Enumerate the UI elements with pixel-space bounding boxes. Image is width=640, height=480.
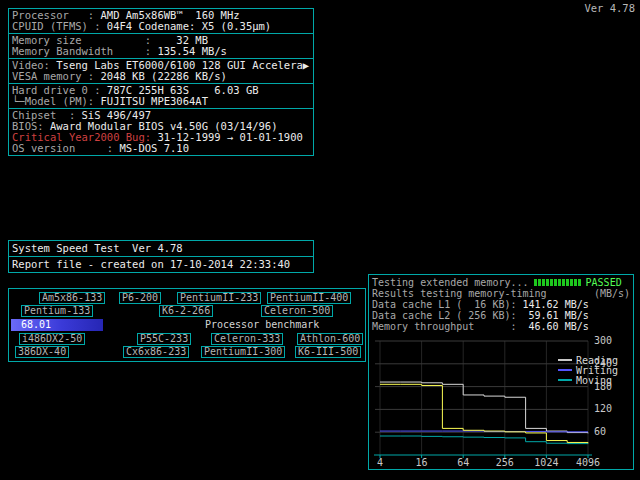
l1-cache-result-row: Data cache L1 ( 16 KB): 141.62 MB/s (372, 299, 630, 310)
series-line-moving (380, 436, 588, 444)
progress-segment (554, 279, 557, 286)
y-axis-label: 300 (594, 336, 628, 346)
memory-throughput-label: Memory throughput : (372, 321, 523, 332)
l2-cache-label: Data cache L2 ( 256 KB): (372, 310, 523, 321)
memory-throughput-row: Memory throughput : 46.60 MB/s (372, 321, 630, 332)
cpu-reference-p6-200: P6-200 (119, 292, 161, 304)
disk-info-box: Hard drive 0 : 787C 255H 63S 6.03 GB └─M… (8, 83, 314, 109)
progress-segment (542, 279, 545, 286)
vesa-memory-label: VESA memory : (12, 70, 101, 82)
legend-color-swatch (558, 379, 572, 381)
l2-cache-value: 59.61 MB/s (523, 310, 589, 321)
truncation-arrow-icon: ▶ (303, 59, 309, 71)
cpu-reference-i486dx2-50: i486DX2-50 (19, 333, 85, 345)
progress-segment (574, 279, 577, 286)
passed-status-badge: PASSED (586, 277, 622, 288)
app-title: System Speed Test Ver 4.78 (12, 242, 183, 254)
video-info-box: Video: Tseng Labs ET6000/6100 128 GUI Ac… (8, 58, 314, 84)
version-label: Ver 4.78 (584, 2, 635, 14)
cpu-benchmark-area: 68.01 Processor benchmark Am5x86-133P6-2… (9, 289, 365, 361)
y-axis-label: 120 (594, 404, 628, 414)
cpu-score-bar: 68.01 (11, 319, 103, 331)
report-file-text: Report file - created on 17-10-2014 22:3… (12, 258, 290, 270)
cpu-reference-pentiumii-300: PentiumII-300 (201, 346, 285, 358)
cpu-reference-athlon-600: Athlon-600 (297, 333, 363, 345)
vesa-memory-value: 2048 KB (22286 KB/s) (101, 70, 227, 82)
title-stack: System Speed Test Ver 4.78 Report file -… (8, 240, 314, 273)
progress-segment (546, 279, 549, 286)
results-title: Results testing memory-timing (372, 288, 547, 299)
progress-segment (534, 279, 537, 286)
results-header-line: Results testing memory-timing(MB/s) (372, 288, 630, 299)
cpu-reference-k6-2-266: K6-2-266 (159, 305, 213, 317)
cpu-reference-celeron-500: Celeron-500 (261, 305, 333, 317)
cpu-benchmark-box: 68.01 Processor benchmark Am5x86-133P6-2… (8, 288, 366, 362)
series-line-test-trace (380, 384, 588, 443)
cpu-reference-386dx-40: 386DX-40 (15, 346, 69, 358)
y-axis-label: 60 (594, 427, 628, 437)
cpu-reference-cx6x86-233: Cx6x86-233 (123, 346, 189, 358)
progress-segment (562, 279, 565, 286)
disk-model-label: └─Model (PM): (12, 95, 101, 107)
progress-segment (566, 279, 569, 286)
x-axis-label: 64 (457, 458, 469, 468)
cpu-benchmark-caption: Processor benchmark (205, 320, 319, 330)
progress-segment (570, 279, 573, 286)
testing-status-line: Testing extended memory...PASSED (372, 277, 630, 288)
x-axis-label: 4 (377, 458, 383, 468)
y-axis-label: 240 (594, 359, 628, 369)
memory-timing-chart: ReadingWritingMoving 6012018024030041664… (372, 333, 630, 469)
progress-segment (538, 279, 541, 286)
chipset-info-box: Chipset : SiS 496/497 BIOS: Award Modula… (8, 108, 314, 156)
progress-segment (558, 279, 561, 286)
cpu-reference-pentiumii-233: PentiumII-233 (177, 292, 261, 304)
x-axis-label: 256 (496, 458, 514, 468)
cpu-reference-pentiumii-400: PentiumII-400 (267, 292, 351, 304)
x-axis-label: 16 (416, 458, 428, 468)
x-axis-label: 1024 (534, 458, 558, 468)
os-version-value: MS-DOS 7.10 (119, 142, 189, 154)
memory-test-panel: Testing extended memory...PASSED Results… (368, 274, 634, 470)
disk-model-value: FUJITSU MPE3064AT (101, 95, 208, 107)
cpu-reference-celeron-333: Celeron-333 (211, 333, 283, 345)
legend-color-swatch (558, 369, 572, 371)
y-axis-label: 180 (594, 382, 628, 392)
cpuid-label: CPUID (TFMS) : (12, 20, 107, 32)
progress-segment (578, 279, 581, 286)
series-line-reading (380, 382, 588, 433)
app-title-box: System Speed Test Ver 4.78 (8, 240, 314, 257)
dos-screen: Ver 4.78 Processor : AMD Am5x86WB™ 160 M… (0, 0, 640, 480)
cpu-reference-am5x86-133: Am5x86-133 (39, 292, 105, 304)
x-axis-label: 4096 (576, 458, 600, 468)
os-version-label: OS version : (12, 142, 119, 154)
testing-label: Testing extended memory... (372, 277, 529, 288)
progress-bar (534, 279, 581, 286)
memory-bandwidth-label: Memory Bandwidth : (12, 45, 157, 57)
memory-info-box: Memory size : 32 MB Memory Bandwidth : 1… (8, 33, 314, 59)
progress-segment (550, 279, 553, 286)
cpu-reference-pentium-133: Pentium-133 (21, 305, 93, 317)
l1-cache-value: 141.62 MB/s (523, 299, 589, 310)
unit-label: (MB/s) (594, 288, 630, 299)
cpu-reference-k6-iii-500: K6-III-500 (295, 346, 361, 358)
processor-info-box: Processor : AMD Am5x86WB™ 160 MHz CPUID … (8, 8, 314, 34)
report-file-box: Report file - created on 17-10-2014 22:3… (8, 256, 314, 273)
memory-bandwidth-value: 135.54 MB/s (157, 45, 227, 57)
chart-canvas (372, 333, 630, 469)
memory-throughput-value: 46.60 MB/s (523, 321, 589, 332)
cpu-score-value: 68.01 (21, 319, 51, 330)
cpu-reference-p55c-233: P55C-233 (137, 333, 191, 345)
l2-cache-result-row: Data cache L2 ( 256 KB): 59.61 MB/s (372, 310, 630, 321)
legend-color-swatch (558, 359, 572, 361)
cpuid-value: 04F4 Codename: X5 (0.35µm) (107, 20, 271, 32)
l1-cache-label: Data cache L1 ( 16 KB): (372, 299, 523, 310)
system-info-stack: Processor : AMD Am5x86WB™ 160 MHz CPUID … (8, 8, 314, 156)
